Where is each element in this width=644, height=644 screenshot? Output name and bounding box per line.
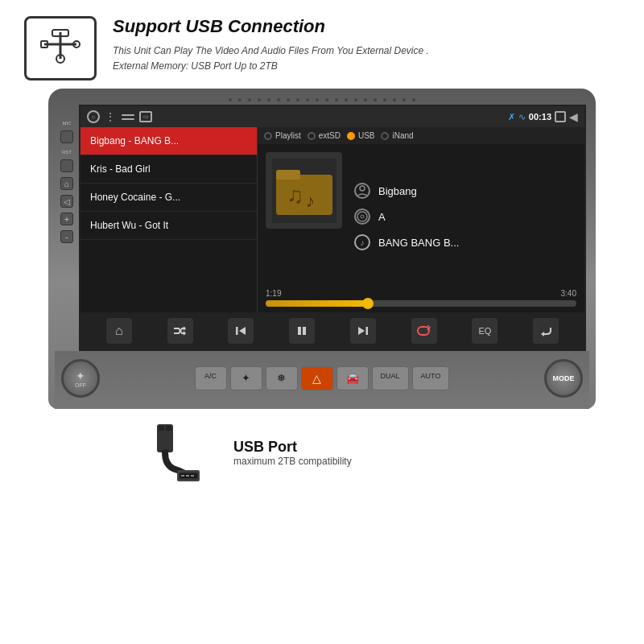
- pause-button[interactable]: [289, 318, 315, 344]
- tab-dot-playlist: [264, 132, 272, 140]
- disc-icon: [354, 208, 370, 225]
- playlist-item-4[interactable]: Hubert Wu - Got It: [80, 212, 257, 240]
- svg-rect-17: [303, 327, 306, 335]
- vent-dot: [296, 98, 299, 101]
- tab-usb[interactable]: USB: [347, 131, 375, 140]
- tab-extsd[interactable]: extSD: [308, 131, 341, 140]
- return-button[interactable]: [533, 318, 559, 344]
- mic-label: MIC: [63, 121, 72, 126]
- back-icon[interactable]: ◀: [569, 110, 578, 123]
- menu-icon[interactable]: [122, 111, 134, 122]
- player-area: Playlist extSD USB: [258, 127, 584, 312]
- progress-times: 1:19 3:40: [266, 289, 576, 298]
- vent-dot: [248, 98, 251, 101]
- progress-bar[interactable]: [266, 300, 576, 307]
- artist-name: Bigbang: [378, 185, 417, 197]
- eq-button[interactable]: EQ: [472, 318, 497, 344]
- album-art: ♫ ♪: [266, 152, 342, 229]
- top-section: Support USB Connection This Unit Can Pla…: [0, 0, 644, 89]
- shuffle-icon: [173, 325, 188, 336]
- next-icon: [357, 325, 369, 336]
- car-button[interactable]: 🚘: [336, 366, 369, 390]
- mode-knob[interactable]: MODE: [544, 359, 583, 398]
- song-title-row: ♪ BANG BANG B...: [354, 234, 576, 250]
- vent-dot: [354, 98, 357, 101]
- home-status-icon[interactable]: ○: [87, 110, 100, 123]
- car-outer: MIC RST ⌂ ◁ + - ○ ⋮: [48, 89, 596, 409]
- usb-cable-image: [145, 420, 217, 485]
- side-btn-2[interactable]: [60, 159, 73, 172]
- loop-icon: [417, 325, 431, 336]
- vent-dot: [287, 98, 290, 101]
- side-btn-vol-dn[interactable]: -: [60, 230, 73, 243]
- svg-marker-14: [239, 327, 246, 335]
- status-time: 00:13: [529, 112, 551, 122]
- vent-dot: [258, 98, 261, 101]
- side-buttons: MIC RST ⌂ ◁ + -: [58, 105, 76, 351]
- bluetooth-icon: ✗: [508, 112, 515, 122]
- playlist: Bigbang - BANG B... Kris - Bad Girl Hone…: [80, 127, 258, 312]
- status-icons-right: ✗ ∿ 00:13 ◀: [508, 110, 578, 123]
- screen-wrapper: MIC RST ⌂ ◁ + - ○ ⋮: [55, 105, 589, 351]
- svg-marker-18: [358, 327, 365, 335]
- snowflake-button[interactable]: ❅: [266, 366, 298, 390]
- playlist-item-2[interactable]: Kris - Bad Girl: [80, 155, 257, 184]
- svg-rect-28: [181, 475, 184, 477]
- screen-icon[interactable]: ▭: [139, 111, 152, 122]
- fan-button[interactable]: ✦: [230, 366, 262, 390]
- pause-icon: [296, 325, 308, 336]
- progress-thumb[interactable]: [362, 298, 374, 309]
- playlist-item-1[interactable]: Bigbang - BANG B...: [80, 127, 257, 155]
- time-current: 1:19: [266, 289, 281, 298]
- warning-button[interactable]: △: [301, 366, 333, 390]
- dual-button[interactable]: DUAL: [372, 366, 409, 390]
- artist-icon: [354, 183, 370, 199]
- svg-rect-19: [365, 327, 368, 335]
- side-btn-1[interactable]: [60, 130, 73, 143]
- loop-button[interactable]: [411, 318, 437, 344]
- main-content: Bigbang - BANG B... Kris - Bad Girl Hone…: [80, 127, 584, 312]
- playlist-item-3[interactable]: Honey Cocaine - G...: [80, 184, 257, 212]
- status-icons-left: ○ ⋮ ▭: [87, 110, 503, 123]
- tab-inand[interactable]: iNand: [381, 131, 413, 140]
- vent-dot: [393, 98, 396, 101]
- tab-dot-usb: [347, 132, 355, 140]
- side-btn-home[interactable]: ⌂: [60, 177, 73, 190]
- next-button[interactable]: [350, 318, 376, 344]
- album-name: A: [378, 211, 386, 223]
- vent-dot: [345, 98, 348, 101]
- vent-dot: [325, 98, 328, 101]
- player-controls: ⌂: [80, 312, 584, 349]
- return-icon: [539, 325, 552, 336]
- ac-button[interactable]: A/C: [195, 366, 227, 390]
- ac-knob[interactable]: ✦ OFF: [61, 359, 100, 398]
- bottom-buttons: A/C ✦ ❅ △ 🚘 DUAL AUTO: [105, 366, 539, 390]
- side-btn-back[interactable]: ◁: [60, 195, 73, 208]
- vent-dot: [364, 98, 367, 101]
- wifi-icon: ∿: [518, 112, 526, 122]
- vent-dot: [335, 98, 338, 101]
- side-btn-vol-up[interactable]: +: [60, 213, 73, 225]
- player-main: ♫ ♪: [258, 144, 584, 289]
- shuffle-button[interactable]: [167, 318, 193, 344]
- album-row: A: [354, 208, 576, 225]
- tab-playlist[interactable]: Playlist: [264, 131, 301, 140]
- support-title: Support USB Connection: [113, 16, 620, 37]
- auto-button[interactable]: AUTO: [412, 366, 450, 390]
- progress-area: 1:19 3:40: [258, 289, 584, 312]
- usb-port-text: USB Port maximum 2TB compatibility: [233, 439, 352, 467]
- car-unit: MIC RST ⌂ ◁ + - ○ ⋮: [48, 89, 596, 409]
- svg-rect-16: [298, 327, 301, 335]
- vent-dot: [229, 98, 232, 101]
- vent-dot: [402, 98, 406, 101]
- vent-dot: [412, 98, 415, 101]
- vent-dot: [374, 98, 377, 101]
- prev-button[interactable]: [228, 318, 254, 344]
- svg-rect-7: [276, 175, 332, 215]
- home-button[interactable]: ⌂: [106, 318, 132, 344]
- svg-rect-15: [236, 327, 238, 335]
- vent-dot: [267, 98, 270, 101]
- dots-icon[interactable]: ⋮: [105, 110, 117, 123]
- svg-rect-29: [186, 475, 189, 477]
- usb-icon: [36, 28, 85, 68]
